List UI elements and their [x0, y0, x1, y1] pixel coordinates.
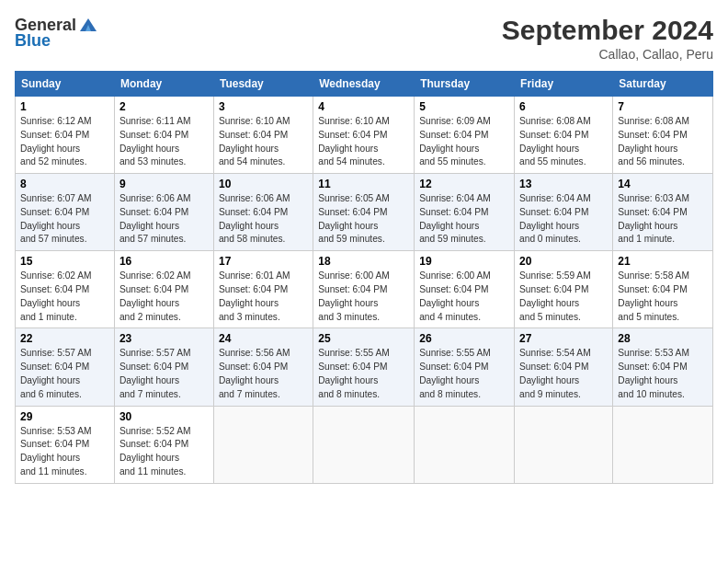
calendar-cell: 29Sunrise: 5:53 AMSunset: 6:04 PMDayligh… — [16, 406, 115, 483]
calendar-cell — [313, 406, 415, 483]
day-number: 22 — [20, 332, 109, 345]
day-number: 7 — [618, 100, 708, 113]
calendar-header-row: SundayMondayTuesdayWednesdayThursdayFrid… — [16, 72, 713, 97]
header: General Blue September 2024 Callao, Call… — [15, 15, 713, 62]
day-number: 4 — [318, 100, 409, 113]
month-title: September 2024 — [502, 15, 713, 45]
day-info: Sunrise: 6:10 AMSunset: 6:04 PMDaylight … — [219, 116, 290, 167]
day-number: 20 — [519, 255, 608, 268]
calendar-week-5: 29Sunrise: 5:53 AMSunset: 6:04 PMDayligh… — [16, 406, 713, 483]
day-number: 29 — [20, 410, 109, 423]
calendar-cell: 30Sunrise: 5:52 AMSunset: 6:04 PMDayligh… — [114, 406, 213, 483]
calendar-header-sunday: Sunday — [16, 72, 115, 97]
day-info: Sunrise: 6:05 AMSunset: 6:04 PMDaylight … — [318, 193, 390, 244]
calendar-cell: 17Sunrise: 6:01 AMSunset: 6:04 PMDayligh… — [213, 251, 313, 328]
calendar-cell: 7Sunrise: 6:08 AMSunset: 6:04 PMDaylight… — [613, 97, 713, 174]
day-number: 5 — [419, 100, 509, 113]
calendar-cell: 2Sunrise: 6:11 AMSunset: 6:04 PMDaylight… — [114, 97, 213, 174]
day-number: 24 — [219, 332, 308, 345]
calendar-cell: 5Sunrise: 6:09 AMSunset: 6:04 PMDaylight… — [415, 97, 515, 174]
calendar-cell: 1Sunrise: 6:12 AMSunset: 6:04 PMDaylight… — [16, 97, 115, 174]
calendar-week-3: 15Sunrise: 6:02 AMSunset: 6:04 PMDayligh… — [16, 251, 713, 328]
day-info: Sunrise: 6:02 AMSunset: 6:04 PMDaylight … — [119, 270, 191, 321]
location-title: Callao, Callao, Peru — [502, 47, 713, 62]
day-number: 10 — [219, 178, 308, 190]
calendar-cell: 6Sunrise: 6:08 AMSunset: 6:04 PMDaylight… — [515, 97, 613, 174]
calendar-cell — [515, 406, 613, 483]
calendar-cell: 21Sunrise: 5:58 AMSunset: 6:04 PMDayligh… — [613, 251, 713, 328]
day-number: 28 — [618, 332, 708, 345]
calendar-cell: 23Sunrise: 5:57 AMSunset: 6:04 PMDayligh… — [114, 328, 213, 406]
day-info: Sunrise: 6:09 AMSunset: 6:04 PMDaylight … — [419, 116, 491, 167]
calendar-cell: 18Sunrise: 6:00 AMSunset: 6:04 PMDayligh… — [313, 251, 415, 328]
day-number: 26 — [419, 332, 509, 345]
day-info: Sunrise: 5:56 AMSunset: 6:04 PMDaylight … — [219, 348, 290, 398]
calendar-header-saturday: Saturday — [613, 72, 713, 97]
day-info: Sunrise: 6:07 AMSunset: 6:04 PMDaylight … — [20, 193, 92, 244]
day-number: 6 — [519, 100, 608, 113]
day-info: Sunrise: 5:57 AMSunset: 6:04 PMDaylight … — [20, 348, 92, 398]
day-number: 2 — [119, 100, 209, 113]
day-info: Sunrise: 6:04 AMSunset: 6:04 PMDaylight … — [519, 193, 591, 244]
day-number: 30 — [119, 410, 209, 423]
calendar-cell: 10Sunrise: 6:06 AMSunset: 6:04 PMDayligh… — [213, 174, 313, 251]
day-number: 25 — [318, 332, 409, 345]
calendar-header-friday: Friday — [515, 72, 613, 97]
day-number: 23 — [119, 332, 209, 345]
calendar-header-thursday: Thursday — [415, 72, 515, 97]
day-number: 8 — [20, 178, 109, 190]
day-number: 1 — [20, 100, 109, 113]
day-number: 3 — [219, 100, 308, 113]
day-info: Sunrise: 6:06 AMSunset: 6:04 PMDaylight … — [119, 193, 191, 244]
calendar-cell: 3Sunrise: 6:10 AMSunset: 6:04 PMDaylight… — [213, 97, 313, 174]
calendar-cell: 20Sunrise: 5:59 AMSunset: 6:04 PMDayligh… — [515, 251, 613, 328]
calendar-cell: 15Sunrise: 6:02 AMSunset: 6:04 PMDayligh… — [16, 251, 115, 328]
day-info: Sunrise: 5:55 AMSunset: 6:04 PMDaylight … — [318, 348, 390, 398]
calendar-cell: 9Sunrise: 6:06 AMSunset: 6:04 PMDaylight… — [114, 174, 213, 251]
day-number: 14 — [618, 178, 708, 190]
day-info: Sunrise: 6:12 AMSunset: 6:04 PMDaylight … — [20, 116, 92, 167]
calendar-cell: 8Sunrise: 6:07 AMSunset: 6:04 PMDaylight… — [16, 174, 115, 251]
day-info: Sunrise: 6:01 AMSunset: 6:04 PMDaylight … — [219, 270, 290, 321]
calendar-table: SundayMondayTuesdayWednesdayThursdayFrid… — [15, 71, 713, 484]
calendar-week-4: 22Sunrise: 5:57 AMSunset: 6:04 PMDayligh… — [16, 328, 713, 406]
title-block: September 2024 Callao, Callao, Peru — [502, 15, 713, 62]
calendar-header-tuesday: Tuesday — [213, 72, 313, 97]
calendar-cell: 11Sunrise: 6:05 AMSunset: 6:04 PMDayligh… — [313, 174, 415, 251]
day-number: 21 — [618, 255, 708, 268]
day-number: 11 — [318, 178, 409, 190]
logo-icon — [78, 15, 98, 35]
calendar-cell — [415, 406, 515, 483]
calendar-cell: 24Sunrise: 5:56 AMSunset: 6:04 PMDayligh… — [213, 328, 313, 406]
day-info: Sunrise: 6:08 AMSunset: 6:04 PMDaylight … — [618, 116, 689, 167]
day-number: 15 — [20, 255, 109, 268]
day-info: Sunrise: 6:02 AMSunset: 6:04 PMDaylight … — [20, 270, 92, 321]
day-info: Sunrise: 6:03 AMSunset: 6:04 PMDaylight … — [618, 193, 689, 244]
day-info: Sunrise: 6:00 AMSunset: 6:04 PMDaylight … — [419, 270, 491, 321]
calendar-week-1: 1Sunrise: 6:12 AMSunset: 6:04 PMDaylight… — [16, 97, 713, 174]
day-info: Sunrise: 5:53 AMSunset: 6:04 PMDaylight … — [20, 426, 92, 477]
day-info: Sunrise: 6:11 AMSunset: 6:04 PMDaylight … — [119, 116, 191, 167]
day-info: Sunrise: 6:06 AMSunset: 6:04 PMDaylight … — [219, 193, 290, 244]
day-info: Sunrise: 5:53 AMSunset: 6:04 PMDaylight … — [618, 348, 689, 398]
day-number: 19 — [419, 255, 509, 268]
calendar-header-monday: Monday — [114, 72, 213, 97]
day-info: Sunrise: 5:59 AMSunset: 6:04 PMDaylight … — [519, 270, 591, 321]
logo: General Blue — [15, 15, 98, 51]
day-number: 12 — [419, 178, 509, 190]
calendar-cell — [213, 406, 313, 483]
calendar-cell — [613, 406, 713, 483]
calendar-cell: 26Sunrise: 5:55 AMSunset: 6:04 PMDayligh… — [415, 328, 515, 406]
calendar-cell: 19Sunrise: 6:00 AMSunset: 6:04 PMDayligh… — [415, 251, 515, 328]
calendar-cell: 12Sunrise: 6:04 AMSunset: 6:04 PMDayligh… — [415, 174, 515, 251]
calendar-cell: 16Sunrise: 6:02 AMSunset: 6:04 PMDayligh… — [114, 251, 213, 328]
calendar-cell: 13Sunrise: 6:04 AMSunset: 6:04 PMDayligh… — [515, 174, 613, 251]
calendar-cell: 28Sunrise: 5:53 AMSunset: 6:04 PMDayligh… — [613, 328, 713, 406]
day-number: 9 — [119, 178, 209, 190]
calendar-cell: 14Sunrise: 6:03 AMSunset: 6:04 PMDayligh… — [613, 174, 713, 251]
day-info: Sunrise: 5:58 AMSunset: 6:04 PMDaylight … — [618, 270, 689, 321]
day-number: 13 — [519, 178, 608, 190]
calendar-cell: 4Sunrise: 6:10 AMSunset: 6:04 PMDaylight… — [313, 97, 415, 174]
day-info: Sunrise: 5:54 AMSunset: 6:04 PMDaylight … — [519, 348, 591, 398]
day-info: Sunrise: 5:57 AMSunset: 6:04 PMDaylight … — [119, 348, 191, 398]
